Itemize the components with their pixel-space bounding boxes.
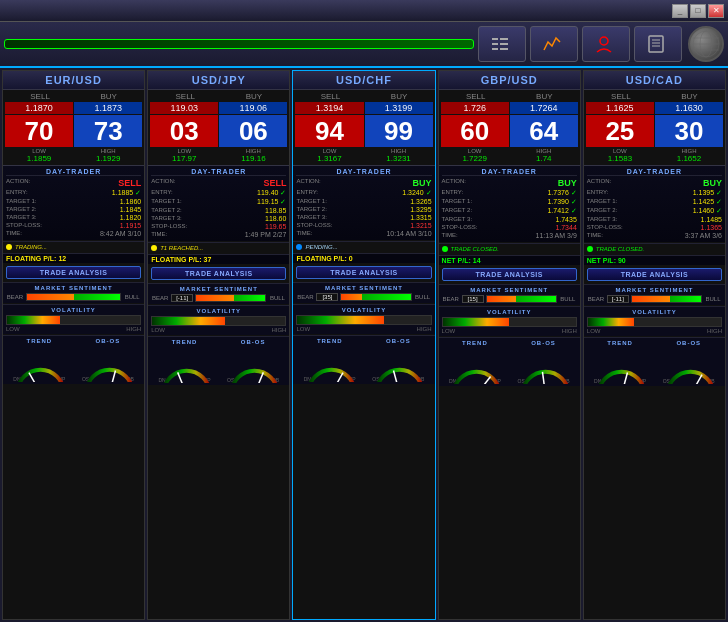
bear-fill — [341, 294, 362, 300]
svg-rect-7 — [649, 36, 663, 52]
market-briefing-button[interactable] — [634, 26, 682, 62]
minimize-button[interactable]: _ — [672, 4, 688, 18]
sentiment-gbpusd: MARKET SENTIMENT BEAR [15] BULL — [439, 284, 580, 305]
main-content: EUR/USD SELL BUY 1.1870 1.1873 70 73 LOW… — [0, 68, 728, 622]
sentiment-eurusd: MARKET SENTIMENT BEAR BULL — [3, 282, 144, 303]
dt-time-row: TIME: 8:42 AM 3/10 — [6, 230, 141, 237]
obos-gauge-container: OB-OS OS OB — [365, 338, 432, 382]
maximize-button[interactable]: □ — [690, 4, 706, 18]
pair-header-usdchf: USD/CHF — [293, 71, 434, 90]
dt-t2-row: TARGET 2: 1.7412 ✓ — [442, 207, 577, 215]
dt-time-row: TIME: 11:13 AM 3/9 — [442, 232, 577, 239]
vol-labels: LOW HIGH — [151, 327, 286, 333]
obos-gauge-container: OB-OS OS OB — [75, 338, 142, 382]
low-price: 1.3167 — [295, 154, 363, 163]
bull-fill — [516, 296, 556, 302]
dt-t1-row: TARGET 1: 1.1425 ✓ — [587, 198, 722, 206]
trade-analysis-button-usdchf[interactable]: TRADE ANALYSIS — [296, 266, 431, 279]
close-button[interactable]: ✕ — [708, 4, 724, 18]
dt-t2: 1.1845 — [120, 206, 141, 213]
currency-col-usdchf: USD/CHF SELL BUY 1.3194 1.3199 94 99 LOW… — [292, 70, 435, 620]
buy-big: 06 — [219, 115, 287, 147]
currency-col-usdjpy: USD/JPY SELL BUY 119.03 119.06 03 06 LOW… — [147, 70, 290, 620]
trade-analysis-button-usdjpy[interactable]: TRADE ANALYSIS — [151, 267, 286, 280]
trend-label: TREND — [172, 339, 198, 345]
buy-label: BUY — [246, 92, 262, 101]
dt-entry-row: ENTRY: 119.40 ✓ — [151, 189, 286, 197]
user-area-button[interactable] — [582, 26, 630, 62]
dt-entry: 1.1395 ✓ — [693, 189, 722, 197]
dt-time: 10:14 AM 3/10 — [386, 230, 431, 237]
dt-time: 3:37 AM 3/6 — [685, 232, 722, 239]
trade-analysis-button-gbpusd[interactable]: TRADE ANALYSIS — [442, 268, 577, 281]
dt-sl: 1.1365 — [701, 224, 722, 231]
svg-line-17 — [29, 373, 41, 382]
sentiment-track — [340, 293, 411, 301]
pl-row-usdchf: FLOATING P/L: 0 — [293, 253, 434, 263]
bear-label: BEAR — [442, 296, 460, 302]
dt-t2-row: TARGET 2: 1.1460 ✓ — [587, 207, 722, 215]
dt-time-row: TIME: 3:37 AM 3/6 — [587, 232, 722, 239]
pl-value: 0 — [349, 255, 353, 262]
dt-action-row: ACTION: BUY — [296, 178, 431, 188]
bear-fill — [487, 296, 516, 302]
day-trader-usdcad: DAY-TRADER ACTION: BUY ENTRY: 1.1395 ✓ T… — [584, 165, 725, 242]
vol-high-label: HIGH — [707, 328, 722, 334]
vol-high-label: HIGH — [562, 328, 577, 334]
charts-button[interactable] — [530, 26, 578, 62]
window-controls[interactable]: _ □ ✕ — [672, 4, 724, 18]
dt-t1: 1.7390 ✓ — [547, 198, 576, 206]
dt-t1: 1.1860 — [120, 198, 141, 205]
currency-col-eurusd: EUR/USD SELL BUY 1.1870 1.1873 70 73 LOW… — [2, 70, 145, 620]
charts-icon — [541, 33, 563, 55]
buy-label: BUY — [536, 92, 552, 101]
status-dot — [587, 246, 593, 252]
dt-t2-row: TARGET 2: 1.3295 — [296, 206, 431, 213]
vol-low-label: LOW — [442, 328, 456, 334]
dt-action-row: ACTION: SELL — [151, 178, 286, 188]
title-bar: _ □ ✕ — [0, 0, 728, 22]
online-badge — [4, 39, 474, 49]
vol-bar — [587, 317, 722, 327]
sentiment-label: MARKET SENTIMENT — [587, 287, 722, 293]
settings-button[interactable] — [478, 26, 526, 62]
obos-gauge — [82, 346, 134, 376]
dt-t2: 1.7412 ✓ — [547, 207, 576, 215]
low-price: 117.97 — [150, 154, 218, 163]
high-price: 1.1929 — [74, 154, 142, 163]
buy-label: BUY — [681, 92, 697, 101]
bull-fill — [234, 295, 265, 301]
trend-usdjpy: TREND DN UP OB-OS — [148, 336, 289, 385]
trend-gauge — [13, 346, 65, 376]
pl-label: FLOATING P/L: — [296, 255, 346, 262]
currency-col-usdcad: USD/CAD SELL BUY 1.1625 1.1630 25 30 LOW… — [583, 70, 726, 620]
sentiment-bar: BEAR BULL — [6, 293, 141, 301]
dt-t3-row: TARGET 3: 1.3315 — [296, 214, 431, 221]
big-price-row: 03 06 — [150, 115, 287, 147]
trade-analysis-button-usdcad[interactable]: TRADE ANALYSIS — [587, 268, 722, 281]
sell-full-price: 1.3194 — [295, 102, 363, 114]
dt-t3: 1.3315 — [410, 214, 431, 221]
sell-big: 70 — [5, 115, 73, 147]
sell-buy-labels: SELL BUY — [586, 92, 723, 101]
dt-action-row: ACTION: BUY — [587, 178, 722, 188]
top-nav — [0, 22, 728, 68]
low-price: 1.7229 — [441, 154, 509, 163]
vol-bar — [296, 315, 431, 325]
dt-t2-row: TARGET 2: 1.1845 — [6, 206, 141, 213]
dt-entry: 1.3240 ✓ — [402, 189, 431, 197]
bear-fill — [632, 296, 670, 302]
obos-gauge-container: OB-OS OS OB — [220, 339, 287, 383]
vol-high-label: HIGH — [271, 327, 286, 333]
dt-action: SELL — [263, 178, 286, 188]
sell-buy-labels: SELL BUY — [441, 92, 578, 101]
big-price-row: 94 99 — [295, 115, 432, 147]
high-price: 1.1652 — [655, 154, 723, 163]
bull-label: BULL — [414, 294, 432, 300]
trade-analysis-button-eurusd[interactable]: TRADE ANALYSIS — [6, 266, 141, 279]
buy-label: BUY — [100, 92, 116, 101]
svg-rect-5 — [500, 48, 508, 50]
vol-fill — [443, 318, 510, 326]
svg-line-23 — [177, 372, 186, 382]
trend-gauge — [449, 348, 501, 378]
